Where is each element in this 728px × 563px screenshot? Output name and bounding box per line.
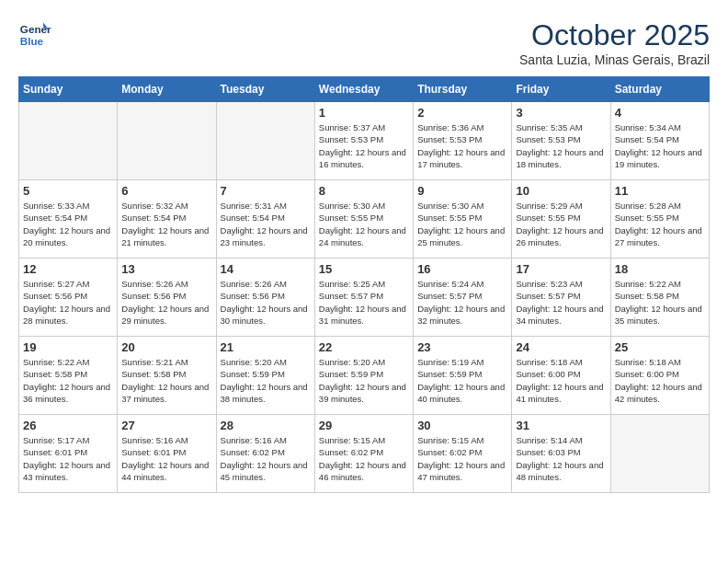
day-info: Sunrise: 5:23 AM Sunset: 5:57 PM Dayligh… <box>516 278 606 327</box>
subtitle: Santa Luzia, Minas Gerais, Brazil <box>519 52 710 67</box>
day-info: Sunrise: 5:27 AM Sunset: 5:56 PM Dayligh… <box>23 278 113 327</box>
day-info: Sunrise: 5:15 AM Sunset: 6:02 PM Dayligh… <box>319 434 409 483</box>
calendar-week-4: 19Sunrise: 5:22 AM Sunset: 5:58 PM Dayli… <box>19 337 710 415</box>
day-info: Sunrise: 5:16 AM Sunset: 6:02 PM Dayligh… <box>221 434 311 483</box>
day-info: Sunrise: 5:33 AM Sunset: 5:54 PM Dayligh… <box>23 200 113 248</box>
day-number: 3 <box>516 106 606 120</box>
day-number: 8 <box>319 184 409 198</box>
calendar-cell: 10Sunrise: 5:29 AM Sunset: 5:55 PM Dayli… <box>512 180 610 259</box>
day-info: Sunrise: 5:17 AM Sunset: 6:01 PM Dayligh… <box>23 434 113 483</box>
calendar-cell: 23Sunrise: 5:19 AM Sunset: 5:59 PM Dayli… <box>414 337 512 415</box>
day-number: 2 <box>417 106 507 120</box>
day-number: 26 <box>23 419 113 432</box>
day-info: Sunrise: 5:32 AM Sunset: 5:54 PM Dayligh… <box>121 200 211 248</box>
day-info: Sunrise: 5:20 AM Sunset: 5:59 PM Dayligh… <box>221 356 311 405</box>
calendar-cell <box>610 415 709 493</box>
calendar-cell: 22Sunrise: 5:20 AM Sunset: 5:59 PM Dayli… <box>314 337 413 415</box>
calendar-cell: 17Sunrise: 5:23 AM Sunset: 5:57 PM Dayli… <box>512 259 610 337</box>
day-info: Sunrise: 5:26 AM Sunset: 5:56 PM Dayligh… <box>221 278 311 327</box>
calendar-week-2: 5Sunrise: 5:33 AM Sunset: 5:54 PM Daylig… <box>19 180 710 259</box>
day-number: 19 <box>23 340 113 354</box>
month-title: October 2025 <box>519 18 710 52</box>
day-number: 6 <box>121 184 211 198</box>
day-info: Sunrise: 5:30 AM Sunset: 5:55 PM Dayligh… <box>319 200 409 248</box>
calendar-cell: 19Sunrise: 5:22 AM Sunset: 5:58 PM Dayli… <box>19 337 118 415</box>
calendar-cell: 13Sunrise: 5:26 AM Sunset: 5:56 PM Dayli… <box>118 259 216 337</box>
calendar-cell <box>118 102 216 180</box>
calendar-week-1: 1Sunrise: 5:37 AM Sunset: 5:53 PM Daylig… <box>19 102 710 180</box>
day-number: 7 <box>221 184 311 198</box>
calendar-cell <box>19 102 118 180</box>
day-info: Sunrise: 5:29 AM Sunset: 5:55 PM Dayligh… <box>516 200 606 248</box>
calendar-cell: 24Sunrise: 5:18 AM Sunset: 6:00 PM Dayli… <box>512 337 610 415</box>
day-info: Sunrise: 5:18 AM Sunset: 6:00 PM Dayligh… <box>516 356 606 405</box>
calendar-cell: 12Sunrise: 5:27 AM Sunset: 5:56 PM Dayli… <box>19 259 118 337</box>
day-info: Sunrise: 5:21 AM Sunset: 5:58 PM Dayligh… <box>121 356 211 405</box>
day-info: Sunrise: 5:28 AM Sunset: 5:55 PM Dayligh… <box>615 200 705 248</box>
calendar-cell: 6Sunrise: 5:32 AM Sunset: 5:54 PM Daylig… <box>118 180 216 259</box>
calendar-cell: 25Sunrise: 5:18 AM Sunset: 6:00 PM Dayli… <box>610 337 709 415</box>
day-info: Sunrise: 5:24 AM Sunset: 5:57 PM Dayligh… <box>417 278 507 327</box>
calendar-cell: 20Sunrise: 5:21 AM Sunset: 5:58 PM Dayli… <box>118 337 216 415</box>
calendar-cell: 3Sunrise: 5:35 AM Sunset: 5:53 PM Daylig… <box>512 102 610 180</box>
calendar-cell: 27Sunrise: 5:16 AM Sunset: 6:01 PM Dayli… <box>118 415 216 493</box>
day-info: Sunrise: 5:19 AM Sunset: 5:59 PM Dayligh… <box>417 356 507 405</box>
calendar-cell: 18Sunrise: 5:22 AM Sunset: 5:58 PM Dayli… <box>610 259 709 337</box>
calendar-cell: 4Sunrise: 5:34 AM Sunset: 5:54 PM Daylig… <box>610 102 709 180</box>
page-header: General Blue General Blue October 2025 S… <box>18 18 710 67</box>
logo-icon: General Blue <box>18 18 51 52</box>
calendar-table: SundayMondayTuesdayWednesdayThursdayFrid… <box>18 76 710 493</box>
day-number: 5 <box>23 184 113 198</box>
calendar-cell: 26Sunrise: 5:17 AM Sunset: 6:01 PM Dayli… <box>19 415 118 493</box>
calendar-week-5: 26Sunrise: 5:17 AM Sunset: 6:01 PM Dayli… <box>19 415 710 493</box>
day-info: Sunrise: 5:14 AM Sunset: 6:03 PM Dayligh… <box>516 434 606 483</box>
day-number: 24 <box>516 340 606 354</box>
calendar-cell: 7Sunrise: 5:31 AM Sunset: 5:54 PM Daylig… <box>216 180 314 259</box>
day-number: 14 <box>221 262 311 276</box>
day-number: 4 <box>615 106 705 120</box>
day-number: 29 <box>319 419 409 432</box>
day-info: Sunrise: 5:36 AM Sunset: 5:53 PM Dayligh… <box>417 121 507 170</box>
day-number: 21 <box>221 340 311 354</box>
svg-text:Blue: Blue <box>20 35 44 47</box>
calendar-cell: 31Sunrise: 5:14 AM Sunset: 6:03 PM Dayli… <box>512 415 610 493</box>
day-info: Sunrise: 5:30 AM Sunset: 5:55 PM Dayligh… <box>417 200 507 248</box>
day-info: Sunrise: 5:37 AM Sunset: 5:53 PM Dayligh… <box>319 121 409 170</box>
calendar-cell: 21Sunrise: 5:20 AM Sunset: 5:59 PM Dayli… <box>216 337 314 415</box>
calendar-cell: 2Sunrise: 5:36 AM Sunset: 5:53 PM Daylig… <box>414 102 512 180</box>
day-number: 28 <box>221 419 311 432</box>
calendar-cell: 9Sunrise: 5:30 AM Sunset: 5:55 PM Daylig… <box>414 180 512 259</box>
calendar-cell: 8Sunrise: 5:30 AM Sunset: 5:55 PM Daylig… <box>314 180 413 259</box>
weekday-header-friday: Friday <box>512 77 610 102</box>
day-number: 16 <box>417 262 507 276</box>
day-number: 27 <box>121 419 211 432</box>
day-number: 1 <box>319 106 409 120</box>
day-number: 18 <box>615 262 705 276</box>
day-info: Sunrise: 5:15 AM Sunset: 6:02 PM Dayligh… <box>417 434 507 483</box>
day-number: 11 <box>615 184 705 198</box>
calendar-cell <box>216 102 314 180</box>
calendar-cell: 1Sunrise: 5:37 AM Sunset: 5:53 PM Daylig… <box>314 102 413 180</box>
calendar-cell: 11Sunrise: 5:28 AM Sunset: 5:55 PM Dayli… <box>610 180 709 259</box>
calendar-cell: 29Sunrise: 5:15 AM Sunset: 6:02 PM Dayli… <box>314 415 413 493</box>
weekday-header-wednesday: Wednesday <box>314 77 413 102</box>
day-number: 20 <box>121 340 211 354</box>
day-info: Sunrise: 5:25 AM Sunset: 5:57 PM Dayligh… <box>319 278 409 327</box>
weekday-header-saturday: Saturday <box>610 77 709 102</box>
day-info: Sunrise: 5:18 AM Sunset: 6:00 PM Dayligh… <box>615 356 705 405</box>
day-number: 17 <box>516 262 606 276</box>
day-number: 9 <box>417 184 507 198</box>
calendar-cell: 28Sunrise: 5:16 AM Sunset: 6:02 PM Dayli… <box>216 415 314 493</box>
calendar-week-3: 12Sunrise: 5:27 AM Sunset: 5:56 PM Dayli… <box>19 259 710 337</box>
day-info: Sunrise: 5:31 AM Sunset: 5:54 PM Dayligh… <box>221 200 311 248</box>
day-number: 31 <box>516 419 606 432</box>
calendar-cell: 16Sunrise: 5:24 AM Sunset: 5:57 PM Dayli… <box>414 259 512 337</box>
svg-text:General: General <box>20 23 51 35</box>
day-info: Sunrise: 5:20 AM Sunset: 5:59 PM Dayligh… <box>319 356 409 405</box>
weekday-header-tuesday: Tuesday <box>216 77 314 102</box>
day-info: Sunrise: 5:16 AM Sunset: 6:01 PM Dayligh… <box>121 434 211 483</box>
calendar-cell: 15Sunrise: 5:25 AM Sunset: 5:57 PM Dayli… <box>314 259 413 337</box>
calendar-cell: 14Sunrise: 5:26 AM Sunset: 5:56 PM Dayli… <box>216 259 314 337</box>
day-number: 12 <box>23 262 113 276</box>
logo: General Blue General Blue <box>18 18 55 52</box>
